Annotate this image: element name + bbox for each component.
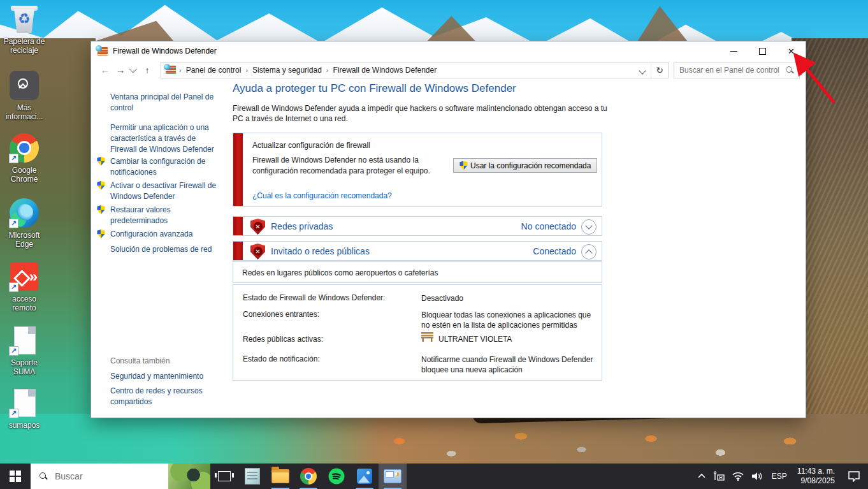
uac-shield-icon: [97, 181, 105, 190]
sidebar-item-restore-defaults[interactable]: Restaurar valores predeterminados: [91, 205, 229, 226]
search-input[interactable]: [674, 66, 785, 75]
sidebar-item-security-maintenance[interactable]: Seguridad y mantenimiento: [91, 371, 229, 382]
collapse-section-button[interactable]: [581, 244, 597, 259]
refresh-button[interactable]: ↻: [651, 62, 668, 78]
detail-label: Conexiones entrantes:: [243, 310, 319, 319]
tray-network-button[interactable]: [728, 463, 748, 489]
sidebar-item-allow-app[interactable]: Permitir una aplicación o una caracterís…: [91, 122, 229, 155]
breadcrumb-system-security[interactable]: Sistema y seguridad: [251, 66, 323, 75]
taskbar-chrome-button[interactable]: [294, 463, 322, 489]
shortcut-arrow-icon: ↗: [9, 219, 18, 228]
start-button[interactable]: [0, 463, 31, 489]
use-recommended-settings-button[interactable]: Usar la configuración recomendada: [453, 158, 597, 173]
detail-label: Estado de Firewall de Windows Defender:: [243, 293, 385, 302]
desktop-icon-soporte-suma[interactable]: ↗ Soporte SUMA: [0, 325, 48, 376]
sidebar-item-notifications[interactable]: Cambiar la configuración de notificacion…: [91, 156, 229, 178]
minimize-button[interactable]: [720, 41, 748, 61]
desktop-icon-acceso-remoto[interactable]: » ↗ acceso remoto: [0, 261, 48, 312]
breadcrumb-separator: ›: [176, 66, 185, 74]
firewall-details-panel: Estado de Firewall de Windows Defender: …: [233, 284, 602, 381]
desktop-icon-label: acceso remoto: [0, 295, 48, 312]
taskbar-spotify-button[interactable]: [322, 463, 351, 489]
history-dropdown-icon[interactable]: [129, 65, 138, 73]
expand-section-button[interactable]: [581, 219, 597, 235]
desktop-icon-label: Más informaci...: [0, 103, 48, 121]
close-button[interactable]: ✕: [777, 41, 806, 61]
sidebar-item-network-center[interactable]: Centro de redes y recursos compartidos: [91, 386, 229, 407]
tray-volume-button[interactable]: [748, 463, 767, 489]
document-icon: ↗: [9, 325, 40, 356]
search-highlight-image[interactable]: [168, 463, 210, 489]
taskbar-photos-button[interactable]: [351, 463, 379, 489]
minimize-icon: [730, 51, 737, 52]
chrome-icon: ↗: [9, 133, 40, 163]
recommended-settings-link[interactable]: ¿Cuál es la configuración recomendada?: [252, 191, 392, 200]
close-icon: ✕: [788, 47, 795, 55]
taskbar-search-input[interactable]: [54, 471, 145, 482]
maximize-icon: [759, 48, 766, 55]
address-dropdown-icon[interactable]: [639, 67, 646, 74]
file-explorer-icon: [271, 469, 289, 483]
chevron-down-icon: [585, 222, 592, 229]
address-bar[interactable]: › Panel de control › Sistema y seguridad…: [161, 62, 669, 78]
taskbar: ESP 11:43 a. m.9/08/2025: [0, 463, 868, 489]
chrome-icon: [300, 468, 317, 485]
desktop-screen: ♻ Papelera de reciclaje Más informaci...…: [0, 0, 868, 489]
sidebar-item-advanced-settings[interactable]: Configuración avanzada: [91, 229, 229, 240]
breadcrumb-firewall[interactable]: Firewall de Windows Defender: [331, 66, 438, 75]
section-status: No conectado: [521, 221, 576, 231]
desktop-icon-label: Microsoft Edge: [0, 231, 48, 249]
clock[interactable]: 11:43 a. m.9/08/2025: [792, 463, 840, 489]
tray-input-device-button[interactable]: [709, 463, 728, 489]
taskbar-control-panel-button-active[interactable]: [379, 463, 407, 489]
task-sidebar: Ventana principal del Panel de control P…: [91, 79, 229, 418]
edge-icon: ↗: [9, 198, 40, 228]
control-panel-search: [674, 62, 800, 78]
forward-button[interactable]: →: [113, 64, 128, 75]
desktop-icon-microsoft-edge[interactable]: ↗ Microsoft Edge: [0, 198, 48, 249]
sidebar-item-troubleshoot[interactable]: Solución de problemas de red: [91, 244, 229, 255]
shortcut-arrow-icon: ↗: [9, 346, 18, 356]
taskbar-search-box[interactable]: [31, 463, 210, 489]
action-center-button[interactable]: [840, 463, 868, 489]
sidebar-item-panel-home[interactable]: Ventana principal del Panel de control: [91, 92, 229, 113]
see-also-header: Consulta también: [110, 356, 170, 365]
taskbar-file-explorer-button[interactable]: [266, 463, 294, 489]
detail-value: Notificarme cuando Firewall de Windows D…: [421, 354, 593, 375]
sidebar-item-turn-on-off[interactable]: Activar o desactivar Firewall de Windows…: [91, 180, 229, 202]
main-content: Ayuda a proteger tu PC con Firewall de W…: [229, 79, 806, 418]
tray-show-hidden-icons-button[interactable]: [694, 463, 709, 489]
task-view-button[interactable]: [210, 463, 238, 489]
up-button[interactable]: ↑: [139, 65, 156, 75]
public-networks-section[interactable]: Invitado o redes públicas Conectado: [233, 241, 602, 261]
section-status: Conectado: [533, 246, 576, 256]
breadcrumb-control-panel[interactable]: Panel de control: [185, 66, 243, 75]
desktop-icon-mas-informacion[interactable]: Más informaci...: [0, 70, 48, 121]
breadcrumb-separator: ›: [323, 66, 332, 74]
desktop-icon-label: sumapos: [0, 421, 48, 430]
private-networks-section[interactable]: Redes privadas No conectado: [233, 216, 602, 236]
wallpaper-shoreline: [0, 414, 868, 463]
desktop-icon-recycle-bin[interactable]: ♻ Papelera de reciclaje: [0, 4, 48, 55]
search-icon: [38, 471, 48, 481]
search-icon[interactable]: [785, 65, 795, 75]
chevron-up-icon: [697, 473, 706, 479]
alert-stripe: [233, 242, 243, 260]
breadcrumb-separator: ›: [242, 66, 251, 74]
taskbar-notepad-button[interactable]: [238, 463, 266, 489]
detail-value: Bloquear todas las conexiones a aplicaci…: [421, 310, 593, 330]
desktop-icon-sumapos[interactable]: ↗ sumapos: [0, 388, 48, 430]
system-tray: ESP 11:43 a. m.9/08/2025: [694, 463, 868, 489]
shortcut-arrow-icon: ↗: [9, 154, 18, 163]
recycle-bin-icon: ♻: [9, 4, 40, 34]
window-title: Firewall de Windows Defender: [113, 47, 217, 55]
back-button[interactable]: ←: [98, 64, 113, 75]
spotify-icon: [328, 468, 345, 485]
firewall-app-icon: [98, 47, 108, 55]
notepad-icon: [245, 468, 260, 485]
maximize-button[interactable]: [748, 41, 777, 61]
desktop-icon-google-chrome[interactable]: ↗ Google Chrome: [0, 133, 48, 184]
language-indicator[interactable]: ESP: [767, 463, 792, 489]
firewall-off-shield-icon: [250, 219, 265, 235]
public-networks-description: Redes en lugares públicos como aeropuert…: [233, 261, 602, 283]
